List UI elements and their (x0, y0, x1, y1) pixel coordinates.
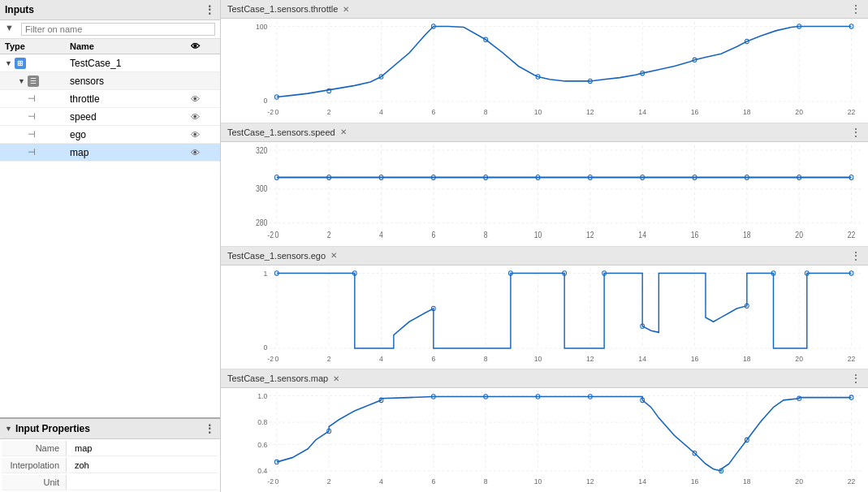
name-column-header: Name (70, 41, 191, 51)
svg-text:300: 300 (256, 183, 268, 193)
tree-row-speed[interactable]: ⊣ speed 👁 (0, 108, 220, 126)
chart-menu-speed[interactable]: ⋮ (850, 126, 862, 139)
left-panel: Inputs ⋮ ▼ Type Name 👁 ▼ ⊞ TestCase_1 ▼ … (0, 0, 221, 492)
signal-icon-speed: ⊣ (28, 111, 36, 122)
prop-label-name: Name (2, 441, 67, 456)
eye-icon-throttle[interactable]: 👁 (191, 94, 215, 104)
svg-text:12: 12 (586, 477, 594, 486)
expand-arrow-testcase1[interactable]: ▼ (5, 59, 12, 67)
svg-text:0.4: 0.4 (257, 467, 267, 476)
svg-text:10: 10 (534, 108, 542, 117)
prop-row-name: Name map (2, 441, 218, 456)
prop-value-name: map (68, 441, 218, 456)
svg-text:0: 0 (263, 343, 267, 352)
svg-text:20: 20 (795, 230, 803, 240)
svg-text:1.0: 1.0 (257, 391, 267, 400)
svg-text:4: 4 (379, 477, 383, 486)
inputs-menu-icon[interactable]: ⋮ (204, 3, 215, 16)
chart-svg-ego: 1 0 -2 0 2 4 6 8 10 12 14 16 18 20 22 (253, 269, 862, 366)
props-expand-arrow[interactable]: ▼ (5, 425, 12, 433)
svg-text:0: 0 (263, 97, 267, 106)
testcase1-name: TestCase_1 (70, 58, 191, 69)
prop-label-interpolation: Interpolation (2, 458, 67, 473)
chart-speed: TestCase_1.sensors.speed ✕ ⋮ (221, 123, 868, 247)
eye-icon-speed[interactable]: 👁 (191, 112, 215, 122)
chart-close-speed[interactable]: ✕ (340, 127, 347, 136)
sensors-name: sensors (70, 76, 191, 87)
svg-text:-2: -2 (267, 354, 274, 363)
svg-text:1: 1 (263, 269, 267, 278)
svg-text:20: 20 (795, 354, 803, 363)
throttle-name: throttle (70, 93, 191, 105)
svg-text:6: 6 (431, 477, 435, 486)
svg-text:2: 2 (327, 230, 331, 240)
chart-close-ego[interactable]: ✕ (330, 251, 337, 260)
svg-text:22: 22 (848, 108, 856, 117)
input-properties-panel: ▼ Input Properties ⋮ Name map Interpolat… (0, 417, 220, 492)
chart-area-map: 1.0 0.8 0.6 0.4 -2 0 2 4 6 8 10 12 14 16… (221, 388, 868, 492)
filter-name-input[interactable] (21, 23, 215, 36)
tree-row-testcase1[interactable]: ▼ ⊞ TestCase_1 (0, 54, 220, 72)
svg-text:6: 6 (431, 354, 435, 363)
svg-text:4: 4 (379, 354, 383, 363)
chart-menu-throttle[interactable]: ⋮ (850, 2, 862, 15)
chart-close-map[interactable]: ✕ (333, 374, 339, 383)
signal-icon-map: ⊣ (28, 147, 36, 158)
chart-svg-throttle: 100 0 -2 0 2 4 6 8 10 12 14 16 18 20 22 (253, 22, 862, 119)
properties-table: Name map Interpolation zoh Unit (0, 439, 220, 492)
svg-text:280: 280 (256, 218, 268, 227)
svg-text:14: 14 (638, 354, 646, 363)
svg-text:22: 22 (848, 477, 856, 486)
svg-text:-2: -2 (267, 108, 274, 117)
tree-row-sensors[interactable]: ▼ ☰ sensors (0, 72, 220, 90)
tree-row-throttle[interactable]: ⊣ throttle 👁 (0, 90, 220, 108)
svg-text:16: 16 (691, 108, 699, 117)
eye-icon-ego[interactable]: 👁 (191, 130, 215, 140)
inputs-table-header: Type Name 👁 (0, 39, 220, 54)
chart-tab-speed: TestCase_1.sensors.speed ✕ ⋮ (221, 123, 868, 142)
svg-text:12: 12 (586, 354, 594, 363)
svg-text:16: 16 (691, 230, 699, 240)
ego-name: ego (70, 129, 191, 140)
svg-text:-2: -2 (267, 230, 274, 240)
prop-row-unit: Unit (2, 475, 218, 490)
tree-row-ego[interactable]: ⊣ ego 👁 (0, 126, 220, 144)
svg-text:8: 8 (484, 354, 488, 363)
chart-tab-label-ego: TestCase_1.sensors.ego (227, 251, 326, 261)
struct-icon: ☰ (28, 76, 39, 87)
svg-text:14: 14 (638, 108, 646, 117)
chart-svg-speed: 320 300 280 -2 0 2 4 6 8 10 12 14 16 18 … (253, 145, 862, 243)
svg-text:2: 2 (327, 477, 331, 486)
svg-text:0: 0 (274, 230, 279, 240)
chart-menu-ego[interactable]: ⋮ (850, 249, 862, 262)
map-name: map (70, 147, 191, 158)
svg-text:18: 18 (743, 230, 751, 240)
props-header-left: ▼ Input Properties (5, 423, 90, 434)
svg-text:0: 0 (274, 477, 279, 486)
svg-text:14: 14 (638, 477, 646, 486)
inputs-panel-header: Inputs ⋮ (0, 0, 220, 20)
tree-row-map[interactable]: ⊣ map 👁 (0, 144, 220, 162)
svg-text:0: 0 (274, 354, 279, 363)
svg-text:0: 0 (274, 108, 279, 117)
svg-text:8: 8 (484, 108, 488, 117)
svg-text:8: 8 (484, 477, 488, 486)
svg-text:10: 10 (534, 477, 542, 486)
input-properties-title: Input Properties (15, 423, 90, 434)
svg-text:2: 2 (327, 108, 331, 117)
expand-arrow-sensors[interactable]: ▼ (18, 77, 25, 85)
chart-map: TestCase_1.sensors.map ✕ ⋮ (221, 369, 868, 492)
props-menu-icon[interactable]: ⋮ (204, 422, 215, 435)
chart-area-ego: 1 0 -2 0 2 4 6 8 10 12 14 16 18 20 22 (221, 265, 868, 369)
filter-row: ▼ (0, 20, 220, 39)
chart-close-throttle[interactable]: ✕ (343, 5, 349, 14)
input-props-header: ▼ Input Properties ⋮ (0, 419, 220, 439)
svg-text:10: 10 (534, 230, 542, 240)
svg-text:6: 6 (431, 230, 435, 240)
right-panel: TestCase_1.sensors.throttle ✕ ⋮ (221, 0, 868, 492)
chart-menu-map[interactable]: ⋮ (850, 372, 862, 385)
eye-icon-map[interactable]: 👁 (191, 148, 215, 158)
chart-area-speed: 320 300 280 -2 0 2 4 6 8 10 12 14 16 18 … (221, 142, 868, 246)
svg-text:4: 4 (379, 108, 383, 117)
inputs-title: Inputs (5, 4, 34, 15)
